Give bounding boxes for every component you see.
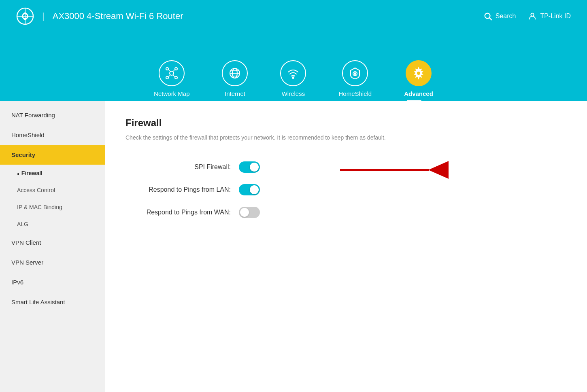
toggle-label-spi-firewall: SPI Firewall: [125,163,231,171]
sidebar-item-ipv6[interactable]: IPv6 [0,272,105,292]
tplink-id-label: TP-Link ID [540,13,571,20]
nav-area: Network Map Internet [0,32,587,101]
internet-icon [228,66,242,80]
ping-lan-toggle[interactable] [239,184,260,195]
svg-point-11 [175,76,177,79]
spi-firewall-knob [250,163,259,172]
toggle-row-ping-lan: Respond to Pings from LAN: [125,184,567,195]
page-title: Firewall [125,117,567,129]
wireless-icon [286,66,300,80]
svg-point-6 [531,13,534,16]
svg-line-15 [173,75,175,77]
svg-point-23 [354,73,356,74]
header-top: | AX3000 4-Stream Wi-Fi 6 Router Search … [0,0,587,32]
user-icon [528,12,537,21]
sidebar-item-security[interactable]: Security [0,145,105,165]
sidebar-item-vpn-client[interactable]: VPN Client [0,233,105,252]
nav-item-network-map[interactable]: Network Map [154,60,189,97]
svg-line-14 [168,75,170,77]
sidebar-item-nat-forwarding[interactable]: NAT Forwarding [0,105,105,125]
header: | AX3000 4-Stream Wi-Fi 6 Router Search … [0,0,587,101]
ping-wan-track [239,207,260,218]
svg-line-5 [489,18,491,20]
svg-point-21 [292,77,294,78]
logo-area: | AX3000 4-Stream Wi-Fi 6 Router [16,7,183,25]
main-content: Firewall Check the settings of the firew… [105,101,587,392]
tplink-logo-icon [16,7,34,25]
sidebar-sub-access-control[interactable]: Access Control [0,182,105,199]
nav-circle-advanced [406,60,432,86]
homeshield-icon [348,66,362,80]
svg-line-12 [168,70,170,72]
spi-firewall-toggle[interactable] [239,161,260,173]
arrow-line [340,169,429,171]
search-icon [483,12,492,21]
nav-item-wireless[interactable]: Wireless [280,60,306,97]
svg-line-13 [173,70,175,72]
ping-lan-knob [250,185,259,194]
nav-item-homeshield[interactable]: HomeShield [338,60,372,97]
nav-label-homeshield: HomeShield [338,90,372,97]
search-button[interactable]: Search [483,12,516,21]
annotation-arrow [340,161,449,179]
arrow-head [428,161,449,179]
search-label: Search [496,13,516,20]
logo-divider: | [42,11,45,21]
nav-label-internet: Internet [225,90,245,97]
nav-item-advanced[interactable]: Advanced [404,60,433,97]
sidebar-item-smart-life[interactable]: Smart Life Assistant [0,292,105,312]
nav-circle-internet [222,60,248,86]
header-actions: Search TP-Link ID [483,12,571,21]
svg-point-25 [417,72,420,75]
nav-label-network-map: Network Map [154,90,189,97]
sidebar: NAT Forwarding HomeShield Security Firew… [0,101,105,392]
nav-pointer [407,100,421,108]
ping-wan-knob [240,208,249,217]
ping-wan-toggle[interactable] [239,207,260,218]
sidebar-sub-alg[interactable]: ALG [0,216,105,233]
toggle-label-ping-lan: Respond to Pings from LAN: [125,186,231,193]
ping-lan-track [239,184,260,195]
svg-point-8 [166,68,168,70]
tplink-id-button[interactable]: TP-Link ID [528,12,571,21]
nav-circle-wireless [280,60,306,86]
nav-label-wireless: Wireless [282,90,305,97]
device-name: AX3000 4-Stream Wi-Fi 6 Router [53,11,183,21]
svg-point-9 [175,68,177,70]
layout: NAT Forwarding HomeShield Security Firew… [0,101,587,392]
sidebar-item-vpn-server[interactable]: VPN Server [0,252,105,272]
advanced-icon [411,66,426,81]
nav-circle-network-map [159,60,185,86]
sidebar-sub-ip-mac-binding[interactable]: IP & MAC Binding [0,199,105,216]
network-map-icon [165,66,179,80]
nav-item-internet[interactable]: Internet [222,60,248,97]
page-subtitle: Check the settings of the firewall that … [125,134,567,149]
svg-point-10 [166,76,168,79]
spi-firewall-track [239,161,260,173]
toggle-row-ping-wan: Respond to Pings from WAN: [125,207,567,218]
sidebar-item-homeshield[interactable]: HomeShield [0,125,105,145]
nav-circle-homeshield [342,60,368,86]
sidebar-sub-firewall[interactable]: Firewall [0,165,105,182]
nav-label-advanced: Advanced [404,90,433,97]
toggle-label-ping-wan: Respond to Pings from WAN: [125,209,231,216]
